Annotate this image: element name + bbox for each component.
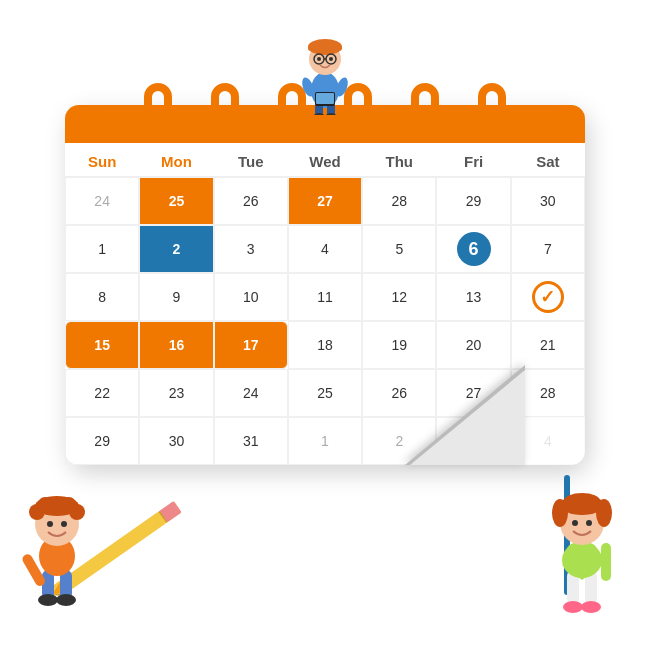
cal-cell[interactable]: 26	[214, 177, 288, 225]
cal-cell[interactable]: 31	[214, 417, 288, 465]
cal-cell[interactable]: 4	[288, 225, 362, 273]
cal-cell[interactable]: 30	[139, 417, 213, 465]
cal-cell[interactable]: 29	[65, 417, 139, 465]
day-headers: Sun Mon Tue Wed Thu Fri Sat	[65, 143, 585, 177]
svg-point-36	[61, 521, 67, 527]
svg-point-41	[581, 601, 601, 613]
svg-point-11	[313, 113, 325, 115]
scene: Sun Mon Tue Wed Thu Fri Sat 242526272829…	[25, 25, 625, 625]
check-icon: ✓	[532, 281, 564, 313]
cal-cell[interactable]: 5	[362, 225, 436, 273]
svg-point-33	[38, 497, 52, 511]
svg-point-8	[329, 57, 333, 61]
cal-cell[interactable]: 22	[65, 369, 139, 417]
cal-cell[interactable]: 28	[362, 177, 436, 225]
ring-2	[211, 83, 239, 127]
cal-cell[interactable]: 1	[65, 225, 139, 273]
header-mon: Mon	[139, 149, 213, 174]
cal-cell[interactable]: 24	[65, 177, 139, 225]
ring-5	[411, 83, 439, 127]
svg-rect-52	[601, 543, 611, 581]
cal-cell[interactable]: 25	[288, 369, 362, 417]
ring-1	[144, 83, 172, 127]
cal-cell[interactable]: 3	[214, 225, 288, 273]
cal-cell[interactable]: 25	[139, 177, 213, 225]
cal-cell[interactable]: 11	[288, 273, 362, 321]
header-thu: Thu	[362, 149, 436, 174]
boy-pencil-character	[10, 480, 110, 610]
cal-cell[interactable]: 8	[65, 273, 139, 321]
cal-cell[interactable]: 30	[511, 177, 585, 225]
header-fri: Fri	[436, 149, 510, 174]
cal-cell[interactable]: 10	[214, 273, 288, 321]
girl-character	[533, 475, 643, 615]
svg-point-51	[586, 520, 592, 526]
header-sun: Sun	[65, 149, 139, 174]
svg-point-40	[563, 601, 583, 613]
cal-cell[interactable]: 17	[214, 321, 288, 369]
cal-cell[interactable]: 15	[65, 321, 139, 369]
cal-cell[interactable]: 21	[511, 321, 585, 369]
cal-cell[interactable]: 7	[511, 225, 585, 273]
header-tue: Tue	[214, 149, 288, 174]
svg-point-49	[596, 499, 612, 527]
cal-cell[interactable]: 23	[139, 369, 213, 417]
svg-point-50	[572, 520, 578, 526]
header-wed: Wed	[288, 149, 362, 174]
cal-cell[interactable]: 27	[288, 177, 362, 225]
svg-point-7	[317, 57, 321, 61]
fold-inner	[410, 370, 525, 465]
cal-cell[interactable]: 19	[362, 321, 436, 369]
calendar: Sun Mon Tue Wed Thu Fri Sat 242526272829…	[65, 105, 585, 465]
svg-point-27	[56, 594, 76, 606]
svg-point-47	[564, 493, 600, 509]
header-sat: Sat	[511, 149, 585, 174]
ring-6	[478, 83, 506, 127]
svg-rect-44	[567, 543, 597, 568]
cal-cell[interactable]: 13	[436, 273, 510, 321]
cal-cell[interactable]: 6	[436, 225, 510, 273]
cal-cell[interactable]: 24	[214, 369, 288, 417]
cal-cell[interactable]: 12	[362, 273, 436, 321]
cal-cell[interactable]: 2	[139, 225, 213, 273]
cal-cell[interactable]: 18	[288, 321, 362, 369]
svg-point-35	[47, 521, 53, 527]
cal-cell[interactable]: ✓	[511, 273, 585, 321]
svg-rect-3	[308, 45, 342, 51]
cal-cell[interactable]: 1	[288, 417, 362, 465]
svg-point-34	[62, 497, 76, 511]
svg-point-48	[552, 499, 568, 527]
boy-character	[285, 25, 365, 115]
cal-cell[interactable]: 9	[139, 273, 213, 321]
cal-cell[interactable]: 16	[139, 321, 213, 369]
svg-rect-16	[316, 93, 334, 104]
page-fold	[405, 365, 525, 465]
cal-cell[interactable]: 20	[436, 321, 510, 369]
cal-cell[interactable]: 29	[436, 177, 510, 225]
svg-point-26	[38, 594, 58, 606]
svg-point-12	[325, 113, 337, 115]
